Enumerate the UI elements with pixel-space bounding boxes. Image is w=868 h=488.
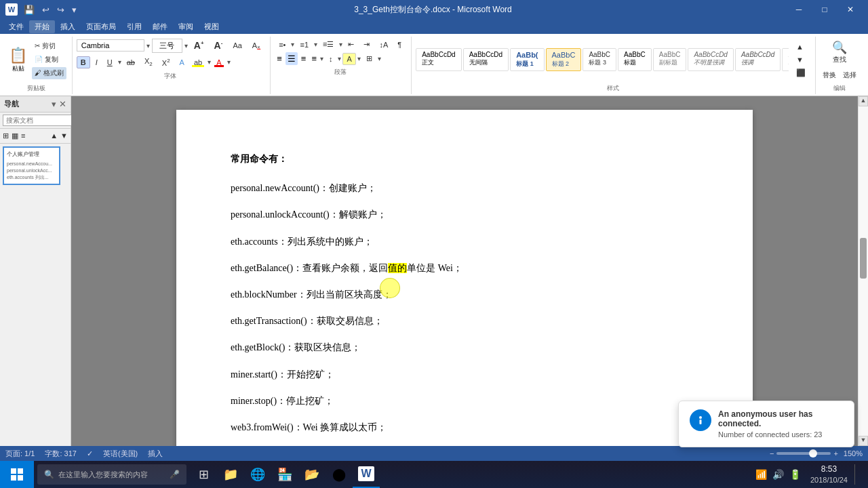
font-color-dropdown[interactable]: ▾ (227, 58, 231, 66)
numbering-button[interactable]: ≡1 (296, 39, 313, 51)
font-size-dropdown-icon[interactable]: ▾ (184, 42, 188, 49)
scroll-down-button[interactable]: ▼ (859, 436, 868, 446)
underline-dropdown[interactable]: ▾ (118, 58, 121, 66)
taskbar-search[interactable]: 🔍 在这里输入您要搜索的内容 🎤 (37, 464, 186, 485)
justify-button[interactable]: ≡ (309, 52, 319, 65)
style-no-space[interactable]: AaBbCcDd无间隔 (463, 48, 509, 71)
multilevel-dropdown[interactable]: ▾ (339, 41, 342, 48)
style-heading1[interactable]: AaBb(标题 1 (510, 48, 544, 71)
zoom-slider-thumb[interactable] (809, 449, 817, 458)
styles-scroll-up[interactable]: ▲ (792, 41, 810, 53)
highlight-button[interactable]: ab (190, 56, 206, 68)
doc-thumbnail[interactable]: 个人账户管理 personal.newAccou... personal.unl… (3, 146, 60, 185)
shading-dropdown[interactable]: ▾ (357, 55, 361, 62)
insert-mode-indicator[interactable]: 插入 (148, 449, 163, 459)
underline-button[interactable]: U (103, 56, 117, 68)
view-pages-btn[interactable]: ▦ (12, 131, 18, 140)
menu-view[interactable]: 视图 (199, 20, 224, 33)
scrollbar-thumb[interactable] (860, 238, 867, 279)
close-button[interactable]: ✕ (838, 2, 863, 17)
increase-indent-button[interactable]: ⇥ (359, 38, 374, 51)
taskbar-ie[interactable]: 🌐 (244, 461, 271, 488)
zoom-in-button[interactable]: + (833, 449, 837, 458)
menu-insert[interactable]: 插入 (55, 20, 81, 33)
italic-button[interactable]: I (92, 56, 102, 68)
style-title[interactable]: AaBbC标题 (618, 48, 652, 71)
sort-button[interactable]: ↕A (375, 39, 392, 51)
decrease-indent-button[interactable]: ⇤ (344, 38, 358, 51)
undo-quick-btn[interactable]: ↩ (39, 3, 52, 16)
menu-mailings[interactable]: 邮件 (147, 20, 173, 33)
font-family-dropdown-icon[interactable]: ▾ (146, 42, 150, 49)
style-normal[interactable]: AaBbCcDd正文 (416, 48, 461, 71)
view-headings-btn[interactable]: ⊞ (3, 131, 9, 140)
shading-button[interactable]: A (342, 53, 355, 65)
font-family-selector[interactable]: Cambria (77, 39, 144, 52)
format-painter-button[interactable]: 🖌 格式刷 (32, 67, 66, 79)
line-spacing-dropdown[interactable]: ▾ (338, 55, 341, 62)
taskbar-taskview[interactable]: ⊞ (190, 461, 217, 488)
numbering-dropdown[interactable]: ▾ (314, 41, 317, 48)
find-button[interactable]: 🔍 查找 (820, 38, 859, 66)
taskbar-files[interactable]: 📂 (298, 461, 326, 488)
multilevel-button[interactable]: ≡☰ (319, 38, 338, 51)
scroll-up-button[interactable]: ▲ (859, 96, 868, 106)
redo-quick-btn[interactable]: ↪ (54, 3, 67, 16)
language-indicator[interactable]: 英语(美国) (103, 449, 138, 459)
align-center-button[interactable]: ☰ (285, 52, 298, 65)
decrease-font-button[interactable]: A- (210, 38, 227, 53)
show-marks-button[interactable]: ¶ (393, 39, 406, 51)
doc-area[interactable]: 常用命令有： personal.newAccount()：创建账户； perso… (71, 96, 858, 446)
copy-button[interactable]: 📄 复制 (32, 54, 66, 66)
menu-review[interactable]: 审阅 (173, 20, 199, 33)
select-button[interactable]: 选择 (840, 69, 859, 81)
nav-down-btn[interactable]: ▼ (60, 131, 68, 140)
tray-clock[interactable]: 8:53 2018/10/24 (808, 464, 850, 485)
bullets-button[interactable]: ≡• (275, 39, 290, 51)
style-heading2[interactable]: AaBbC标题 2 (546, 48, 582, 71)
align-dropdown[interactable]: ▾ (320, 55, 323, 62)
change-case-button[interactable]: Aa (229, 39, 245, 52)
bold-button[interactable]: B (77, 56, 90, 68)
minimize-button[interactable]: ─ (787, 2, 811, 17)
clear-format-button[interactable]: Aₓ (248, 39, 264, 52)
nav-up-btn[interactable]: ▲ (50, 131, 58, 140)
menu-references[interactable]: 引用 (121, 20, 147, 33)
bullets-dropdown[interactable]: ▾ (291, 41, 294, 48)
taskbar-store[interactable]: 🏪 (271, 461, 298, 488)
left-panel-close-btn[interactable]: ✕ (59, 99, 66, 109)
line-spacing-button[interactable]: ↕ (325, 53, 337, 65)
font-size-display[interactable]: 三号 (152, 39, 182, 53)
styles-more[interactable]: ⬛ (792, 66, 810, 79)
taskbar-chrome[interactable]: ⬤ (326, 461, 353, 488)
tray-volume-icon[interactable]: 🔊 (772, 469, 784, 480)
page-indicator[interactable]: 页面: 1/1 (5, 449, 35, 459)
tray-battery-icon[interactable]: 🔋 (789, 469, 801, 480)
style-heading3[interactable]: AaBbC标题 3 (583, 48, 616, 71)
highlight-dropdown[interactable]: ▾ (208, 58, 211, 66)
style-emphasis[interactable]: AaBbCcDd强调 (735, 48, 781, 71)
style-subtle-em[interactable]: AaBbCcDd不明显强调 (688, 48, 733, 71)
subscript-button[interactable]: X2 (140, 55, 157, 69)
cut-button[interactable]: ✂ 剪切 (32, 40, 66, 52)
strikethrough-button[interactable]: ab (123, 56, 139, 68)
show-desktop-button[interactable] (854, 464, 859, 485)
view-results-btn[interactable]: ≡ (21, 131, 25, 140)
style-other[interactable]: AaBbCcDdAaBbCcDd (782, 48, 789, 71)
replace-button[interactable]: 替换 (820, 69, 839, 81)
menu-layout[interactable]: 页面布局 (81, 20, 121, 33)
left-panel-options[interactable]: ▾ (52, 99, 56, 109)
text-effects-button[interactable]: A (176, 56, 189, 68)
borders-button[interactable]: ⊞ (362, 52, 376, 65)
taskbar-mic-icon[interactable]: 🎤 (170, 470, 180, 479)
customize-quick-btn[interactable]: ▾ (69, 3, 79, 16)
scrollbar-track[interactable] (859, 106, 868, 436)
increase-font-button[interactable]: A+ (190, 38, 208, 53)
superscript-button[interactable]: X2 (158, 56, 174, 69)
tray-network-icon[interactable]: 📶 (755, 469, 767, 480)
styles-scroll-down[interactable]: ▼ (792, 54, 810, 66)
spell-check-indicator[interactable]: ✓ (87, 449, 93, 458)
zoom-slider[interactable] (776, 452, 831, 455)
start-button[interactable] (0, 461, 34, 488)
maximize-button[interactable]: □ (812, 2, 837, 17)
